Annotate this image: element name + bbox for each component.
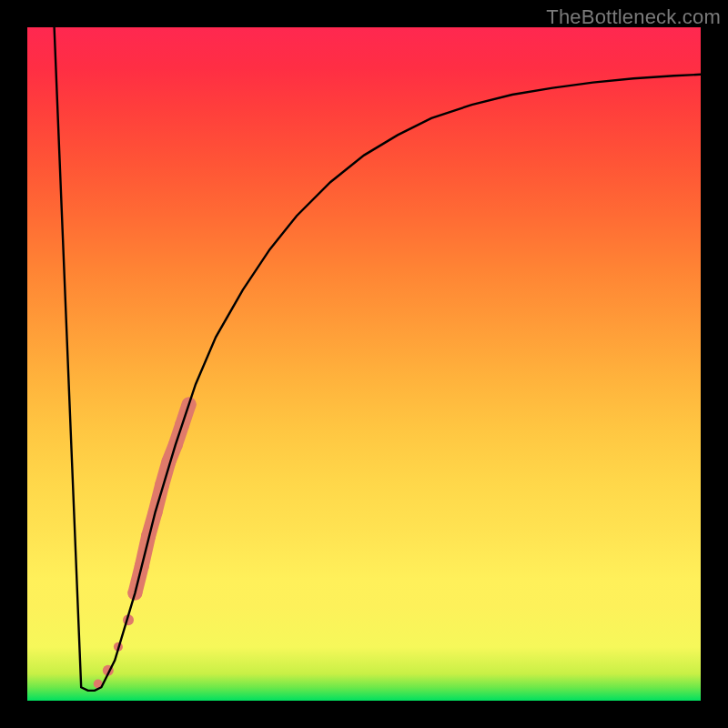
watermark-text: TheBottleneck.com — [546, 5, 721, 29]
highlight-segment — [94, 397, 197, 688]
chart-svg — [27, 27, 701, 701]
chart-frame: TheBottleneck.com — [0, 0, 728, 728]
plot-area — [27, 27, 701, 701]
curve-line — [55, 27, 701, 691]
